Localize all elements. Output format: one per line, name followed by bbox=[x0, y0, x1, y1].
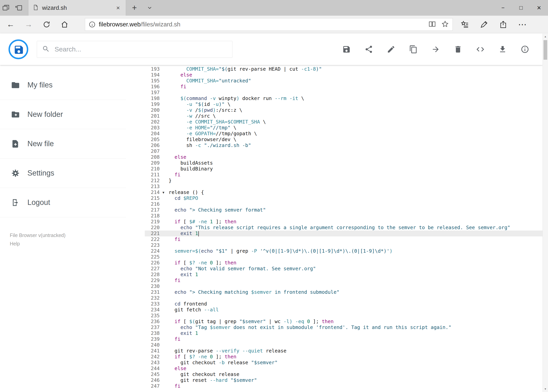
forward-button[interactable]: → bbox=[20, 20, 38, 29]
code-line[interactable]: 223 bbox=[145, 242, 542, 248]
home-button[interactable] bbox=[55, 20, 74, 28]
code-line[interactable]: 212} bbox=[145, 178, 542, 184]
save-button[interactable] bbox=[341, 44, 352, 54]
search-bar[interactable] bbox=[37, 41, 232, 58]
help-link[interactable]: Help bbox=[10, 241, 145, 247]
code-line[interactable]: 225 bbox=[145, 254, 542, 260]
code-line[interactable]: 237 echo "Tag $semver does not exist in … bbox=[145, 324, 542, 330]
code-line[interactable]: 220 echo "This release script requires a… bbox=[145, 225, 542, 231]
code-line[interactable]: 210 buildBinary bbox=[145, 166, 542, 172]
code-line[interactable]: 208 else bbox=[145, 154, 542, 160]
copy-button[interactable] bbox=[408, 44, 418, 54]
code-view-button[interactable] bbox=[475, 44, 486, 54]
code-line[interactable]: 201 -w //src \ bbox=[145, 113, 542, 119]
code-line[interactable]: 218 bbox=[145, 213, 542, 219]
scroll-down-icon[interactable]: ▼ bbox=[543, 387, 548, 391]
refresh-button[interactable] bbox=[38, 20, 55, 28]
code-line[interactable]: 214▾release () { bbox=[145, 189, 542, 195]
code-line[interactable]: 226 if [ $? -ne 0 ]; then bbox=[145, 260, 542, 266]
web-note-pen-icon[interactable] bbox=[480, 20, 488, 29]
code-line[interactable]: 217 echo "> Checking semver format" bbox=[145, 207, 542, 213]
minimize-button[interactable]: − bbox=[494, 0, 512, 16]
back-button[interactable]: ← bbox=[1, 20, 20, 29]
info-button[interactable] bbox=[520, 44, 530, 54]
code-line[interactable]: 235 bbox=[145, 313, 542, 319]
page-scrollbar[interactable]: ▲ ▼ bbox=[542, 34, 548, 392]
code-line[interactable]: 224 semver=$(echo "$1" | grep -P '^v(0|[… bbox=[145, 248, 542, 254]
code-line[interactable]: 241 git rev-parse --verify --quiet relea… bbox=[145, 348, 542, 354]
code-line[interactable]: 197 bbox=[145, 90, 542, 96]
code-line[interactable]: 247 fi bbox=[145, 383, 542, 389]
code-line[interactable]: 219 if [ $# -ne 1 ]; then bbox=[145, 219, 542, 225]
code-line[interactable]: 207 bbox=[145, 148, 542, 154]
code-line[interactable]: 229 fi bbox=[145, 278, 542, 283]
code-line[interactable]: 244 else bbox=[145, 366, 542, 371]
code-line[interactable]: 195 COMMIT_SHA="untracked" bbox=[145, 78, 542, 84]
code-line[interactable]: 234 git fetch --all bbox=[145, 307, 542, 313]
code-line[interactable]: 228 exit 1 bbox=[145, 272, 542, 278]
sidebar-item-new-file[interactable]: New file bbox=[0, 129, 126, 159]
code-line[interactable]: 246 git reset --hard "$semver" bbox=[145, 377, 542, 383]
code-line[interactable]: 242 if [ $? -ne 0 ]; then bbox=[145, 354, 542, 360]
code-line[interactable]: 202 -e COMMIT_SHA=$COMMIT_SHA \ bbox=[145, 119, 542, 125]
scroll-up-icon[interactable]: ▲ bbox=[543, 35, 548, 38]
code-line[interactable]: 215 cd $REPO bbox=[145, 195, 542, 201]
code-line[interactable]: 213 bbox=[145, 184, 542, 189]
code-line[interactable]: 216 bbox=[145, 201, 542, 207]
more-options-icon[interactable]: ⋯ bbox=[518, 22, 527, 26]
fold-arrow-icon[interactable]: ▾ bbox=[162, 189, 164, 195]
code-line[interactable]: 196 fi bbox=[145, 84, 542, 90]
code-line[interactable]: 203 -e HOME="//tmp" \ bbox=[145, 125, 542, 131]
edit-button[interactable] bbox=[386, 44, 396, 54]
tab-list-chevron-icon[interactable] bbox=[143, 0, 157, 16]
search-input[interactable] bbox=[55, 45, 227, 53]
code-line[interactable]: 206 sh -c "./wizard.sh -b" bbox=[145, 142, 542, 148]
code-line[interactable]: 239 fi bbox=[145, 336, 542, 342]
sidebar-item-new-folder[interactable]: New folder bbox=[0, 100, 126, 129]
favorites-hub-icon[interactable] bbox=[461, 20, 469, 29]
sidebar-item-my-files[interactable]: My files bbox=[0, 70, 126, 100]
tab-close-icon[interactable]: × bbox=[115, 4, 121, 12]
code-line[interactable]: 231 echo "> Checking matching $semver in… bbox=[145, 289, 542, 295]
code-line[interactable]: 243 git checkout -b release "$semver" bbox=[145, 360, 542, 366]
code-editor[interactable]: 193 COMMIT_SHA="$(git rev-parse HEAD | c… bbox=[145, 65, 542, 392]
tab-preview-icon[interactable] bbox=[2, 4, 10, 12]
code-line[interactable]: 198 $(command -v winpty) docker run --rm… bbox=[145, 96, 542, 101]
code-line[interactable]: 245 git checkout release bbox=[145, 371, 542, 377]
delete-button[interactable] bbox=[453, 44, 463, 54]
maximize-button[interactable]: □ bbox=[512, 0, 530, 16]
browser-tab[interactable]: wizard.sh × bbox=[28, 0, 126, 16]
reading-view-icon[interactable] bbox=[428, 20, 436, 29]
filebrowser-logo[interactable] bbox=[8, 39, 28, 59]
code-line[interactable]: 232 bbox=[145, 295, 542, 301]
code-line[interactable]: 194 else bbox=[145, 72, 542, 78]
url-field[interactable]: filebrowser.web/files/wizard.sh bbox=[85, 18, 453, 31]
code-line[interactable]: 240 bbox=[145, 342, 542, 348]
scrollbar-thumb[interactable] bbox=[543, 40, 547, 60]
code-line[interactable]: 222 fi bbox=[145, 236, 542, 242]
code-line[interactable]: 193 COMMIT_SHA="$(git rev-parse HEAD | c… bbox=[145, 66, 542, 72]
sidebar-item-logout[interactable]: Logout bbox=[0, 188, 126, 217]
code-line[interactable]: 204 -e GOPATH=//tmp/gopath \ bbox=[145, 131, 542, 137]
favorite-star-icon[interactable] bbox=[441, 20, 449, 29]
code-line[interactable]: 200 -v /$(pwd):/src:z \ bbox=[145, 107, 542, 113]
code-line[interactable]: 209 buildAssets bbox=[145, 160, 542, 166]
code-line[interactable]: 238 exit 1 bbox=[145, 330, 542, 336]
sidebar-item-settings[interactable]: Settings bbox=[0, 159, 126, 188]
share-page-icon[interactable] bbox=[499, 20, 507, 29]
code-line[interactable]: 233 cd frontend bbox=[145, 301, 542, 307]
code-line[interactable]: 211 fi bbox=[145, 172, 542, 178]
close-button[interactable]: × bbox=[530, 0, 548, 16]
code-line[interactable]: 230 bbox=[145, 283, 542, 289]
code-line[interactable]: 221 exit 1 bbox=[145, 231, 542, 236]
code-line[interactable]: 227 echo "Not valid semver format. See s… bbox=[145, 266, 542, 272]
share-button[interactable] bbox=[364, 44, 374, 54]
code-line[interactable]: 236 if [ $(git tag | grep "$semver" | wc… bbox=[145, 319, 542, 324]
site-info-icon[interactable] bbox=[89, 21, 96, 28]
set-tabs-aside-icon[interactable] bbox=[15, 4, 23, 12]
code-line[interactable]: 205 filebrowser/dev \ bbox=[145, 137, 542, 142]
new-tab-button[interactable]: + bbox=[126, 0, 143, 16]
move-button[interactable] bbox=[431, 44, 441, 54]
download-button[interactable] bbox=[498, 44, 508, 54]
code-line[interactable]: 199 -u "$(id -u)" \ bbox=[145, 101, 542, 107]
